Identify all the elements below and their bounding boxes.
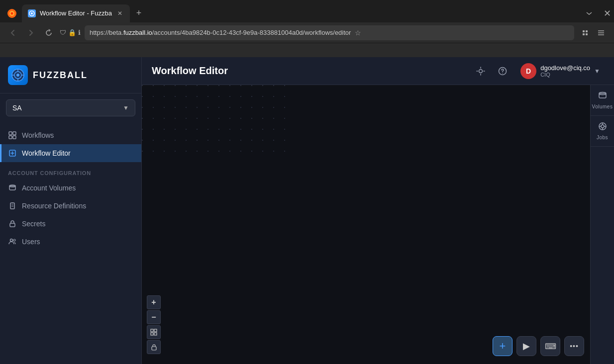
sidebar-item-users[interactable]: Users [0,233,141,251]
menu-button[interactable] [594,26,608,40]
tab-bar: Workflow Editor - Fuzzba ✕ + ✕ [0,0,614,22]
browser-tab-active[interactable]: Workflow Editor - Fuzzba ✕ [22,4,130,22]
sidebar-item-label-resource-definitions: Resource Definitions [22,202,86,210]
svg-rect-21 [9,136,12,139]
zoom-out-button[interactable]: − [147,310,161,324]
svg-rect-26 [10,203,14,209]
svg-rect-42 [151,329,153,332]
resource-definitions-icon [8,201,17,210]
help-button[interactable] [495,63,511,79]
svg-rect-19 [9,132,12,135]
main-area: Workflow Editor D dgodlove@ciq.co CIQ ▼ [142,57,614,364]
svg-point-33 [479,69,483,73]
sidebar-item-label-secrets: Secrets [22,220,45,228]
account-config-section-label: ACCOUNT CONFIGURATION [0,162,141,179]
extensions-button[interactable] [578,26,592,40]
page-title: Workflow Editor [152,65,467,77]
svg-rect-41 [142,85,291,160]
main-content: + − Volumes [142,85,614,364]
run-button[interactable]: ▶ [516,336,536,356]
svg-rect-22 [13,136,16,139]
user-menu[interactable]: D dgodlove@ciq.co CIQ ▼ [516,61,604,81]
tab-close-button[interactable]: ✕ [116,9,124,17]
more-options-button[interactable]: ••• [564,336,584,356]
forward-button[interactable] [24,26,38,40]
sidebar-item-label-account-volumes: Account Volumes [22,184,76,192]
svg-point-32 [13,239,15,241]
lock-button[interactable] [147,340,161,354]
account-volumes-icon [8,183,17,192]
jobs-tab-label: Jobs [597,135,608,140]
svg-rect-7 [583,33,585,35]
svg-rect-5 [583,30,585,32]
fit-view-button[interactable] [147,325,161,339]
secrets-icon [8,219,17,228]
app-logo-text: FUZZBALL [33,70,88,81]
add-node-icon: + [500,340,506,353]
user-avatar: D [520,63,536,79]
theme-toggle-button[interactable] [473,63,489,79]
svg-rect-44 [151,333,153,335]
svg-point-29 [12,202,13,203]
sidebar-logo: FUZZBALL [0,57,141,93]
volumes-tab-icon [598,91,607,102]
sidebar-nav: Workflows Workflow Editor ACCOUNT CONFIG… [0,122,141,364]
right-tab-volumes[interactable]: Volumes [591,85,614,116]
tab-title: Workflow Editor - Fuzzba [40,9,112,17]
tab-overflow-button[interactable] [582,6,596,20]
user-info: dgodlove@ciq.co CIQ [540,64,590,78]
shield-icon: 🛡 [60,29,66,36]
header-actions: D dgodlove@ciq.co CIQ ▼ [473,61,604,81]
sidebar-item-label-users: Users [22,238,40,246]
right-panel: Volumes Jobs [590,85,614,364]
svg-point-50 [601,125,604,128]
sidebar-item-workflows[interactable]: Workflows [0,126,141,144]
sidebar-item-resource-definitions[interactable]: Resource Definitions [0,197,141,215]
bottom-toolbar: + ▶ ⌨ ••• [493,336,584,356]
lock-icon: 🔒 [68,29,76,36]
users-icon [8,237,17,246]
svg-rect-46 [152,347,156,350]
svg-point-2 [11,12,13,14]
keyboard-button[interactable]: ⌨ [540,336,560,356]
svg-rect-45 [154,333,157,335]
user-role: CIQ [540,72,590,78]
app: FUZZBALL SA ▼ Workflows Workflow Editor … [0,57,614,364]
sidebar: FUZZBALL SA ▼ Workflows Workflow Editor … [0,57,142,364]
svg-rect-6 [586,30,588,32]
canvas-dot-grid [142,85,291,160]
reload-button[interactable] [42,26,56,40]
keyboard-icon: ⌨ [545,342,556,351]
sidebar-item-workflow-editor[interactable]: Workflow Editor [0,144,141,162]
canvas-area[interactable]: + − Volumes [142,85,614,364]
address-bar[interactable]: https://beta.fuzzball.io/accounts/4ba982… [85,25,574,40]
sidebar-item-account-volumes[interactable]: Account Volumes [0,179,141,197]
app-logo-icon [8,65,28,85]
more-icon: ••• [570,342,579,350]
browser-icon [5,6,19,20]
sidebar-item-secrets[interactable]: Secrets [0,215,141,233]
zoom-in-button[interactable]: + [147,295,161,309]
browser-chrome: Workflow Editor - Fuzzba ✕ + ✕ 🛡 🔒 ℹ htt… [0,0,614,57]
info-icon: ℹ [78,29,81,36]
svg-rect-43 [154,329,157,332]
window-close-button[interactable]: ✕ [600,6,614,20]
volumes-tab-label: Volumes [592,104,613,109]
add-node-button[interactable]: + [493,336,512,356]
right-tab-jobs[interactable]: Jobs [591,116,614,147]
svg-point-39 [502,73,503,74]
workspace-selector[interactable]: SA ▼ [6,99,135,116]
user-menu-chevron-icon: ▼ [594,68,600,75]
jobs-tab-icon [598,122,607,133]
svg-rect-20 [13,132,16,135]
canvas-controls: + − [147,295,161,354]
new-tab-button[interactable]: + [132,6,146,20]
security-icons: 🛡 🔒 ℹ [60,29,81,36]
app-header: Workflow Editor D dgodlove@ciq.co CIQ ▼ [142,57,614,85]
workspace-name: SA [12,104,22,112]
bookmark-button[interactable]: ☆ [355,29,361,37]
tab-favicon [28,9,36,17]
svg-point-14 [16,74,19,77]
sidebar-item-label-workflows: Workflows [22,131,54,139]
back-button[interactable] [6,26,20,40]
